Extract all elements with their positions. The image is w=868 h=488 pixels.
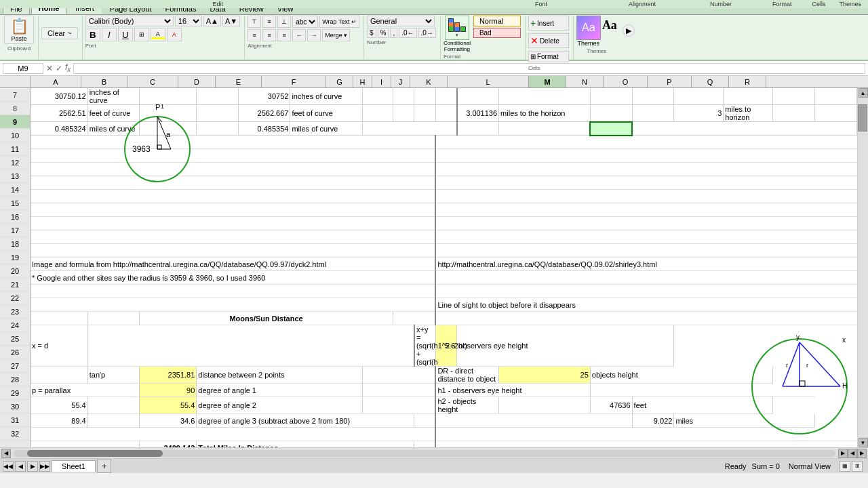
cell-L8[interactable]: miles to the horizon <box>499 105 591 122</box>
row-30[interactable]: 30 <box>0 400 30 413</box>
row-15[interactable]: 15 <box>0 197 30 210</box>
col-header-H[interactable]: H <box>353 76 372 87</box>
col-header-L[interactable]: L <box>448 76 529 87</box>
cancel-icon[interactable]: ✕ <box>46 64 53 73</box>
function-icon[interactable]: fx <box>65 62 71 73</box>
cell-C23[interactable]: Moons/Sun Distance <box>140 312 393 325</box>
cell-J8[interactable] <box>435 105 456 122</box>
cell-B23[interactable] <box>87 312 139 325</box>
col-header-C[interactable]: C <box>127 76 178 87</box>
add-sheet-button[interactable]: + <box>97 459 112 473</box>
align-bottom-button[interactable]: ⊥ <box>277 16 291 28</box>
row-13[interactable]: 13 <box>0 169 30 183</box>
cell-D26[interactable]: degree of angle 1 <box>197 384 363 397</box>
cell-N27[interactable]: 47636 <box>590 397 632 414</box>
row-29[interactable]: 29 <box>0 386 30 400</box>
increase-indent-button[interactable]: → <box>307 29 321 41</box>
cell-A24[interactable]: x = d <box>31 325 87 367</box>
row-31[interactable]: 31 <box>0 413 30 427</box>
increase-decimal-button[interactable]: .0→ <box>418 28 436 38</box>
row-21[interactable]: 21 <box>0 278 30 291</box>
cell-N9[interactable] <box>632 122 856 136</box>
vertical-scrollbar[interactable]: ▲ ▼ <box>857 88 868 447</box>
cell-N7[interactable] <box>632 88 674 105</box>
col-header-Q[interactable]: Q <box>692 76 729 87</box>
col-header-N[interactable]: N <box>566 76 604 87</box>
col-header-I[interactable]: I <box>372 76 391 87</box>
cell-C26[interactable]: 90 <box>140 384 197 397</box>
col-header-K[interactable]: K <box>410 76 448 87</box>
cell-M25[interactable]: 25 <box>499 367 591 384</box>
cell-A19[interactable]: Image and formula from http://mathcentra… <box>31 258 435 271</box>
col-header-D[interactable]: D <box>178 76 216 87</box>
font-family-select[interactable]: Calibri (Body) <box>85 16 174 26</box>
cell-C27[interactable]: 55.4 <box>140 397 197 414</box>
bold-button[interactable]: B <box>85 28 100 41</box>
cell-D27[interactable]: degree of angle 2 <box>197 397 363 414</box>
play-button[interactable]: ▶ <box>623 24 635 37</box>
cell-A30[interactable] <box>31 441 140 448</box>
row-9[interactable]: 9 <box>0 115 30 129</box>
col-header-M[interactable]: M <box>529 76 566 87</box>
cell-A25[interactable] <box>31 367 87 384</box>
cell-A27[interactable]: 55.4 <box>31 397 87 414</box>
fonts-button[interactable]: Aa <box>602 18 617 47</box>
cell-D9[interactable] <box>197 122 239 136</box>
row-20[interactable]: 20 <box>0 264 30 278</box>
row-24[interactable]: 24 <box>0 319 30 332</box>
horizontal-scrollbar[interactable]: ◀ ▶ ◀ ▶ <box>0 447 868 458</box>
cell-C7[interactable] <box>140 88 197 105</box>
cell-M9[interactable] <box>590 122 632 136</box>
cell-Q7[interactable] <box>773 88 815 105</box>
cell-G9[interactable] <box>363 122 457 136</box>
row-28[interactable]: 28 <box>0 373 30 386</box>
cell-P7[interactable] <box>724 88 773 105</box>
row-22[interactable]: 22 <box>0 291 30 305</box>
cell-A23[interactable] <box>31 312 87 325</box>
increase-font-button[interactable]: A▲ <box>203 16 221 26</box>
cell-E8[interactable]: 2562.667 <box>239 105 290 122</box>
cell-E7[interactable]: 30752 <box>239 88 290 105</box>
col-header-O[interactable]: O <box>604 76 648 87</box>
wrap-text-button[interactable]: Wrap Text ↵ <box>319 16 359 28</box>
cell-K26[interactable]: h1 - observers eye height <box>435 384 590 397</box>
row-14[interactable]: 14 <box>0 183 30 197</box>
cell-K8[interactable]: 3.001136 <box>457 105 499 122</box>
cell-D8[interactable] <box>197 105 239 122</box>
next-sheet-button2[interactable]: ▶▶ <box>39 461 50 472</box>
col-header-F[interactable]: F <box>262 76 326 87</box>
merge-button[interactable]: Merge ▾ <box>322 29 350 41</box>
clear-button[interactable]: Clear ~ <box>41 27 78 39</box>
format-cell-button[interactable]: ⊞ Format <box>528 51 569 62</box>
cell-D30[interactable]: Total Miles In Distance <box>197 441 414 448</box>
cell-R7[interactable] <box>815 88 857 105</box>
cell-K7[interactable] <box>457 88 499 105</box>
cell-B7[interactable]: inches of curve <box>87 88 139 105</box>
decrease-decimal-button[interactable]: .0← <box>399 28 416 38</box>
col-header-E[interactable]: E <box>216 76 262 87</box>
row-27[interactable]: 27 <box>0 359 30 373</box>
fill-color-button[interactable]: A <box>151 28 165 41</box>
cell-H7[interactable] <box>393 88 414 105</box>
normal-view-button[interactable]: Normal View <box>785 461 834 472</box>
cell-A26[interactable]: p = parallax <box>31 384 140 397</box>
cell-G8[interactable] <box>363 105 393 122</box>
col-header-R[interactable]: R <box>729 76 766 87</box>
align-top-button[interactable]: ⊤ <box>248 16 261 28</box>
cell-H8[interactable] <box>393 105 414 122</box>
cell-N28[interactable]: 9.022 <box>632 414 674 428</box>
col-header-G[interactable]: G <box>326 76 353 87</box>
cell-D7[interactable] <box>197 88 239 105</box>
page-layout-icon[interactable]: ▦ <box>840 461 850 472</box>
paste-button[interactable]: 📋 Paste <box>4 16 34 44</box>
cell-D28[interactable]: degree of angle 3 (subtract above 2 from… <box>197 414 414 428</box>
underline-button[interactable]: U <box>118 28 133 41</box>
cell-F7[interactable]: inches of curve <box>290 88 363 105</box>
cell-K24[interactable]: x+y = (sqrt(h1^2+2hr) + (sqrt(h <box>414 325 435 367</box>
row-26[interactable]: 26 <box>0 346 30 359</box>
cell-C30[interactable]: 3409.143 <box>140 441 197 448</box>
number-format-select[interactable]: General <box>367 16 435 26</box>
col-header-P[interactable]: P <box>648 76 692 87</box>
border-button[interactable]: ⊞ <box>134 28 149 41</box>
cell-C25[interactable]: 2351.81 <box>140 367 197 384</box>
